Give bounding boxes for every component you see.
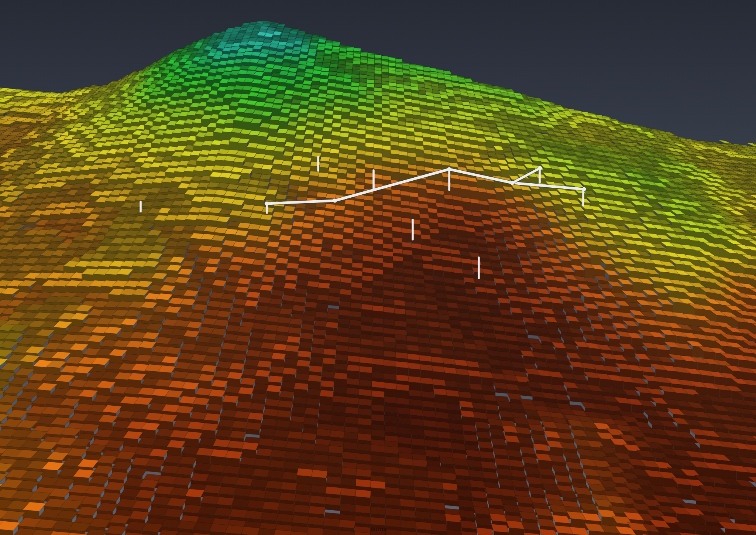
scene-3d-viewport[interactable] [0,0,756,535]
terrain-voxel-canvas[interactable] [0,0,756,535]
watermark-microtext [371,528,387,531]
